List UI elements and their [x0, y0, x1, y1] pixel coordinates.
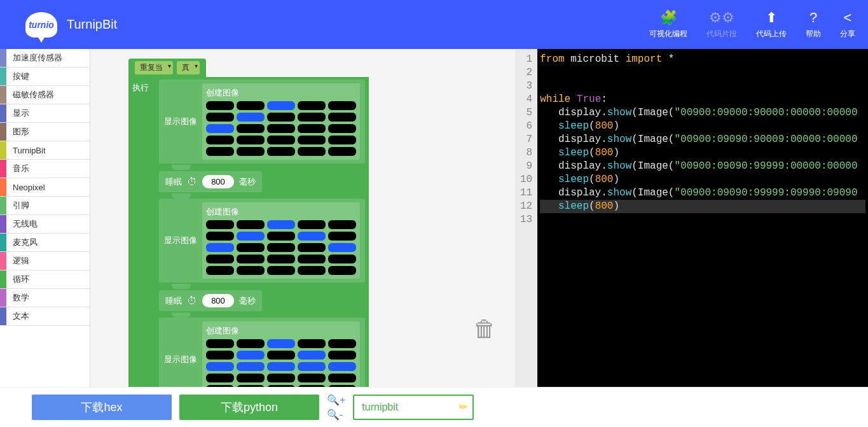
led[interactable]: [328, 136, 356, 144]
workspace[interactable]: 重复当 真 执行 显示图像创建图像睡眠⏱毫秒显示图像创建图像睡眠⏱毫秒显示图像创…: [90, 49, 515, 387]
led[interactable]: [206, 374, 234, 382]
nav-item-1[interactable]: ⚙⚙代码片段: [706, 10, 737, 39]
led[interactable]: [328, 351, 356, 360]
led[interactable]: [206, 339, 234, 348]
led[interactable]: [267, 232, 295, 241]
led[interactable]: [298, 147, 326, 156]
led[interactable]: [267, 124, 295, 133]
led[interactable]: [206, 101, 234, 110]
led[interactable]: [267, 113, 295, 122]
code-line[interactable]: display.show(Image("00900:09090:90009:00…: [540, 133, 865, 146]
led[interactable]: [267, 339, 295, 348]
code-line[interactable]: [540, 213, 865, 227]
sidebar-item-9[interactable]: 无线电: [0, 215, 90, 234]
led[interactable]: [328, 339, 356, 348]
led[interactable]: [206, 243, 234, 252]
sidebar-item-1[interactable]: 按键: [0, 67, 90, 86]
sidebar-item-8[interactable]: 引脚: [0, 197, 90, 215]
led[interactable]: [328, 385, 356, 387]
code-line[interactable]: sleep(800): [540, 200, 865, 213]
repeat-block[interactable]: 重复当 真 执行 显示图像创建图像睡眠⏱毫秒显示图像创建图像睡眠⏱毫秒显示图像创…: [128, 59, 515, 387]
led[interactable]: [298, 220, 326, 229]
sidebar-item-2[interactable]: 磁敏传感器: [0, 86, 90, 104]
pencil-icon[interactable]: ✏: [459, 401, 467, 413]
nav-item-3[interactable]: ?帮助: [806, 10, 821, 39]
create-image-block[interactable]: 创建图像: [202, 83, 360, 160]
led[interactable]: [267, 147, 295, 156]
show-image-block[interactable]: 显示图像创建图像: [159, 80, 365, 164]
code-line[interactable]: [540, 66, 865, 80]
sidebar-item-11[interactable]: 逻辑: [0, 252, 90, 270]
nav-item-2[interactable]: ⬆代码上传: [756, 10, 787, 39]
led[interactable]: [298, 101, 326, 110]
led[interactable]: [328, 232, 356, 241]
led[interactable]: [206, 147, 234, 156]
led[interactable]: [267, 101, 295, 110]
led[interactable]: [206, 255, 234, 263]
led[interactable]: [298, 374, 326, 382]
code[interactable]: from microbit import *while True: displa…: [537, 49, 868, 387]
sidebar-item-13[interactable]: 数学: [0, 289, 90, 307]
led[interactable]: [237, 266, 265, 275]
zoom-out-icon[interactable]: 🔍-: [327, 409, 345, 421]
led[interactable]: [298, 266, 326, 275]
led[interactable]: [298, 243, 326, 252]
led[interactable]: [237, 232, 265, 241]
show-image-block[interactable]: 显示图像创建图像: [159, 318, 365, 387]
led[interactable]: [267, 136, 295, 144]
led[interactable]: [298, 232, 326, 241]
led[interactable]: [237, 101, 265, 110]
sidebar-item-10[interactable]: 麦克风: [0, 234, 90, 252]
led[interactable]: [298, 113, 326, 122]
led[interactable]: [237, 362, 265, 371]
led[interactable]: [298, 351, 326, 360]
led[interactable]: [298, 362, 326, 371]
zoom-in-icon[interactable]: 🔍+: [327, 394, 345, 406]
true-dropdown[interactable]: 真: [177, 61, 200, 74]
led[interactable]: [267, 374, 295, 382]
led[interactable]: [206, 220, 234, 229]
show-image-block[interactable]: 显示图像创建图像: [159, 199, 365, 283]
led[interactable]: [267, 243, 295, 252]
led-grid[interactable]: [206, 101, 356, 156]
sleep-input[interactable]: [202, 294, 234, 307]
led[interactable]: [237, 385, 265, 387]
code-line[interactable]: while True:: [540, 93, 865, 106]
code-line[interactable]: [540, 80, 865, 93]
sidebar-item-3[interactable]: 显示: [0, 104, 90, 123]
code-line[interactable]: display.show(Image("00900:09000:90000:00…: [540, 106, 865, 120]
sidebar-item-6[interactable]: 音乐: [0, 160, 90, 178]
code-line[interactable]: from microbit import *: [540, 53, 865, 66]
led[interactable]: [267, 220, 295, 229]
led[interactable]: [206, 362, 234, 371]
led[interactable]: [237, 124, 265, 133]
download-hex-button[interactable]: 下载hex: [32, 395, 172, 420]
led[interactable]: [237, 220, 265, 229]
led[interactable]: [267, 351, 295, 360]
sidebar-item-14[interactable]: 文本: [0, 307, 90, 326]
led[interactable]: [298, 136, 326, 144]
led[interactable]: [237, 113, 265, 122]
code-line[interactable]: display.show(Image("00900:09090:99999:00…: [540, 160, 865, 173]
led[interactable]: [237, 255, 265, 263]
led[interactable]: [328, 113, 356, 122]
trash-icon[interactable]: 🗑: [473, 316, 496, 342]
sleep-block[interactable]: 睡眠⏱毫秒: [159, 290, 262, 311]
led[interactable]: [298, 339, 326, 348]
sidebar-item-0[interactable]: 加速度传感器: [0, 49, 90, 67]
download-python-button[interactable]: 下载python: [179, 395, 319, 420]
code-line[interactable]: sleep(800): [540, 173, 865, 186]
sleep-block[interactable]: 睡眠⏱毫秒: [159, 171, 262, 192]
led[interactable]: [298, 385, 326, 387]
led[interactable]: [328, 101, 356, 110]
repeat-dropdown[interactable]: 重复当: [135, 61, 173, 74]
led[interactable]: [237, 374, 265, 382]
sidebar-item-12[interactable]: 循环: [0, 270, 90, 289]
led[interactable]: [237, 339, 265, 348]
led[interactable]: [206, 232, 234, 241]
create-image-block[interactable]: 创建图像: [202, 202, 360, 279]
nav-item-0[interactable]: 🧩可视化编程: [649, 10, 687, 39]
led[interactable]: [267, 266, 295, 275]
led[interactable]: [237, 136, 265, 144]
led[interactable]: [328, 266, 356, 275]
